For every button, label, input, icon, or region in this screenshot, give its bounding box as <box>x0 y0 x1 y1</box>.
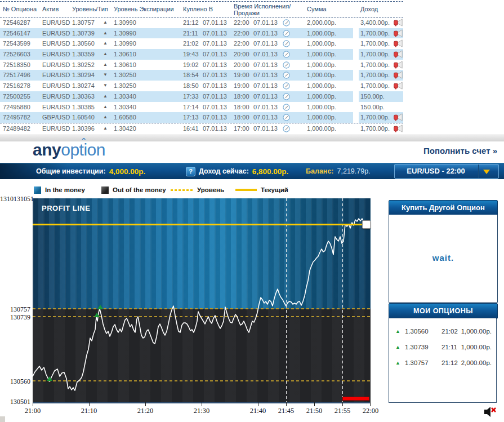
table-header-row: № Опциона Актив Уровень/Тип Уровень Эксп… <box>0 1 403 17</box>
payout: 1,700.00р. <box>360 60 390 70</box>
buy-another-option-button[interactable]: Купить Другой Опцион <box>389 200 498 216</box>
amount: 1,000.00р. <box>307 123 336 134</box>
balance-value: 7,219.79р. <box>337 167 371 175</box>
option-id: 72489482 <box>3 123 30 134</box>
help-icon[interactable]: ? <box>186 167 195 176</box>
dropdown-divider <box>478 165 479 178</box>
y-axis-label: 130501 <box>0 398 30 406</box>
level: 1.30739 <box>72 28 95 39</box>
x-axis-label: 21:55 <box>330 407 355 415</box>
column-gap <box>353 112 359 123</box>
legend-label: Текущий <box>261 186 288 193</box>
table-row[interactable]: 72543599EUR/USD1.30560▲1.3099021:0207.01… <box>0 38 403 49</box>
payout: 150.00р. <box>360 91 385 102</box>
current-line-swatch-icon <box>235 189 257 191</box>
table-row[interactable]: 72495782GBP/USD1.60540▲1.6058017:1307.01… <box>0 112 403 123</box>
bought-time: 19:02 <box>183 60 199 70</box>
bought-time: 21:02 <box>183 38 199 49</box>
payout: 1,700.00р. <box>360 28 390 39</box>
exec-date: 07.01.13 <box>253 70 278 81</box>
x-axis-label: 21:45 <box>274 407 298 415</box>
balance-label: Баланс: <box>306 167 334 175</box>
asset: EUR/USD <box>42 28 70 39</box>
call-arrow-icon: ▲ <box>395 355 400 371</box>
asset: EUR/USD <box>42 49 70 60</box>
table-row[interactable]: 72546147EUR/USD1.30739▲1.3099021:1107.01… <box>0 28 403 39</box>
direction-arrow-icon: ▲ <box>103 60 108 70</box>
table-row[interactable]: 72546287EUR/USD1.30757▲1.3099021:1207.01… <box>0 17 403 28</box>
table-row[interactable]: 72517496EUR/USD1.30294▼1.3025018:5407.01… <box>0 70 403 81</box>
level: 1.30757 <box>72 17 95 28</box>
table-row[interactable]: 72495880EUR/USD1.30385▲1.3034017:1407.01… <box>0 102 403 113</box>
asset: EUR/USD <box>42 91 70 102</box>
investments-value: 4,000.00р. <box>109 167 146 176</box>
exec-time: 20:00 <box>234 60 249 70</box>
total-investments: Общие инвестиции: 4,000.00р. <box>36 163 145 179</box>
payout: 150.00р. <box>360 102 385 113</box>
option-id: 72516278 <box>3 81 30 91</box>
logo-opt1: opt <box>61 140 83 159</box>
mute-speaker-icon[interactable] <box>483 406 497 418</box>
table-row[interactable]: 72500255EUR/USD1.30363▲1.3034017:3307.01… <box>0 91 403 102</box>
bought-date: 07.01.13 <box>203 38 227 49</box>
level: 1.60540 <box>72 112 95 123</box>
asset: EUR/USD <box>42 70 70 81</box>
level: 1.30294 <box>72 70 95 81</box>
expiry-level: 1.30340 <box>114 91 136 102</box>
my-option-row[interactable]: ▲ 1.30560 21:02 1,000.00р. <box>389 323 496 339</box>
bought-time: 21:12 <box>183 17 199 28</box>
my-option-row[interactable]: ▲ 1.30739 21:11 1,000.00р. <box>389 339 496 355</box>
asset: EUR/USD <box>42 123 70 134</box>
table-row[interactable]: 72526603EUR/USD1.30359▲1.3061019:4307.01… <box>0 49 403 60</box>
table-row[interactable]: 72518350EUR/USD1.30252▲1.3061019:0207.01… <box>0 60 403 70</box>
y-axis-label: 130560 <box>0 377 30 386</box>
profit-label: Доход сейчас: <box>199 167 249 175</box>
direction-arrow-icon: ▲ <box>103 38 108 49</box>
exec-time: 22:00 <box>234 28 249 39</box>
megaphone-icon[interactable] <box>394 125 403 136</box>
x-axis-label: 22:00 <box>358 407 383 415</box>
profit-line-chart[interactable]: PROFIT LINE <box>33 198 371 403</box>
direction-arrow-icon: ▲ <box>103 102 108 113</box>
direction-arrow-icon: ▲ <box>103 91 108 102</box>
y-axis-label: 130739 <box>0 313 30 322</box>
col-header-expiry-level: Уровень Экспирации <box>114 2 174 17</box>
amount: 1,000.00р. <box>307 70 336 81</box>
table-row[interactable]: 72516278EUR/USD1.30274▼1.3025018:5007.01… <box>0 81 403 91</box>
expiry-level: 1.30990 <box>114 38 136 49</box>
column-gap <box>353 17 359 28</box>
bought-time: 19:43 <box>183 49 199 60</box>
legend-current: Текущий <box>235 185 288 194</box>
option-id: 72518350 <box>3 60 30 70</box>
price-polyline <box>33 219 369 390</box>
legend-in-money: In the money <box>34 185 85 194</box>
direction-arrow-icon: ▲ <box>103 17 108 28</box>
column-gap <box>353 81 359 91</box>
asset-expiry-dropdown[interactable]: EUR/USD - 22:00 <box>394 164 499 179</box>
option-id: 72543599 <box>3 38 30 49</box>
my-option-row[interactable]: ▲ 1.30757 21:12 2,000.00р. <box>389 355 496 371</box>
bought-date: 07.01.13 <box>203 102 227 113</box>
purchase-marker-icon <box>47 376 52 381</box>
col-header-exec-time-1: Время Исполнения/ <box>234 3 291 10</box>
column-gap <box>353 70 359 81</box>
option-amount: 1,000.00р. <box>459 323 492 339</box>
legend-label: Уровень <box>197 186 224 193</box>
my-options-header: МОИ ОПЦИОНЫ <box>389 303 498 319</box>
level: 1.30359 <box>72 49 95 60</box>
exec-time: 17:00 <box>234 123 249 134</box>
deposit-link[interactable]: Пополнить счет » <box>423 146 497 156</box>
balance: Баланс: 7,219.79р. <box>306 163 371 179</box>
exec-time: 19:00 <box>234 70 249 81</box>
amount: 1,000.00р. <box>307 49 336 60</box>
column-gap <box>353 91 359 102</box>
in-money-swatch-icon <box>34 186 41 194</box>
expiry-level: 1.30610 <box>114 60 136 70</box>
chart-title: PROFIT LINE <box>42 204 90 212</box>
exec-date: 07.01.13 <box>253 60 278 70</box>
dropdown-selected-value: EUR/USD - 22:00 <box>395 165 477 178</box>
table-row[interactable]: 72489482EUR/USD1.30396▲1.3042016:4107.01… <box>0 123 403 134</box>
asset: EUR/USD <box>42 38 70 49</box>
asset: EUR/USD <box>42 81 70 91</box>
asset: EUR/USD <box>42 102 70 113</box>
